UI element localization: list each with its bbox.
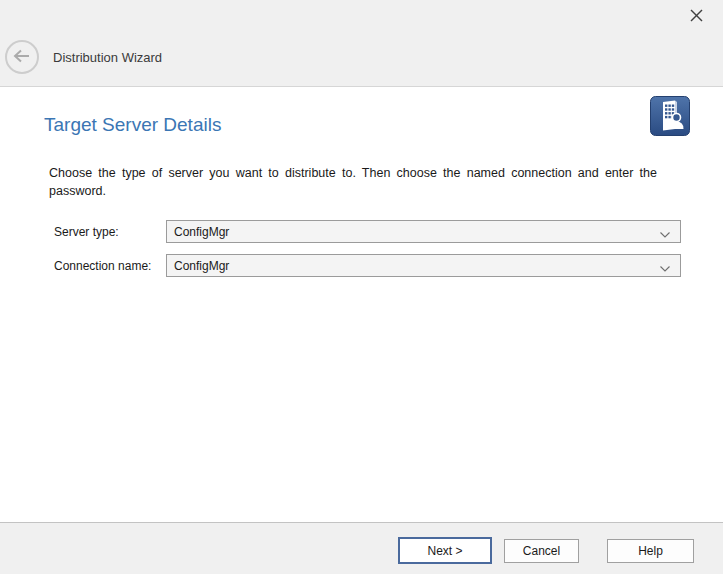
connection-name-label: Connection name: <box>54 259 166 273</box>
back-button[interactable] <box>5 40 39 74</box>
building-user-icon <box>650 96 690 136</box>
wizard-header: Distribution Wizard <box>0 0 723 87</box>
header-title-row: Distribution Wizard <box>5 40 162 74</box>
chevron-down-icon <box>659 228 671 242</box>
distribution-wizard-window: Distribution Wizard Target Server Detail… <box>0 0 723 574</box>
wizard-title: Distribution Wizard <box>53 50 162 65</box>
close-button[interactable] <box>686 7 706 27</box>
server-type-row: Server type: ConfigMgr <box>54 220 681 243</box>
server-type-select[interactable]: ConfigMgr <box>166 220 681 243</box>
back-arrow-icon <box>12 49 32 66</box>
next-button[interactable]: Next > <box>398 537 492 564</box>
close-icon <box>689 8 704 26</box>
server-type-value: ConfigMgr <box>174 225 229 239</box>
server-form: Server type: ConfigMgr Connection name: … <box>54 220 681 288</box>
connection-name-select[interactable]: ConfigMgr <box>166 254 681 277</box>
connection-name-row: Connection name: ConfigMgr <box>54 254 681 277</box>
page-description: Choose the type of server you want to di… <box>49 164 657 200</box>
help-button[interactable]: Help <box>607 539 694 563</box>
server-type-label: Server type: <box>54 225 166 239</box>
cancel-button[interactable]: Cancel <box>504 539 579 563</box>
connection-name-value: ConfigMgr <box>174 259 229 273</box>
chevron-down-icon <box>659 262 671 276</box>
page-title: Target Server Details <box>44 114 221 136</box>
